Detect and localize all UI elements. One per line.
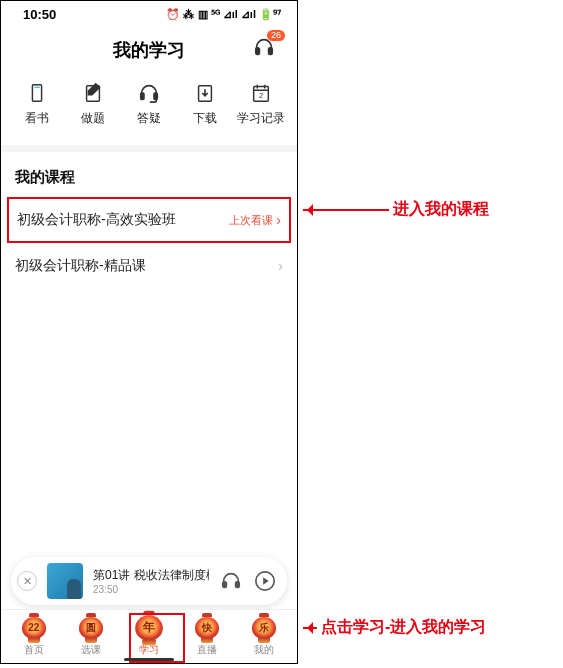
annotation-text: 进入我的课程 <box>393 199 489 220</box>
nav-courses[interactable]: 圆 选课 <box>63 614 121 657</box>
player-info: 第01讲 税收法律制度概 23:50 <box>93 567 209 595</box>
header: 我的学习 26 <box>1 28 297 76</box>
download-icon <box>194 82 216 104</box>
player-title: 第01讲 税收法律制度概 <box>93 567 209 584</box>
notification-badge: 26 <box>267 30 285 41</box>
nav-home[interactable]: 22 首页 <box>5 614 63 657</box>
annotation-course: 进入我的课程 <box>303 199 489 220</box>
separator <box>1 145 297 152</box>
headset-icon <box>138 82 160 104</box>
svg-rect-3 <box>34 87 40 88</box>
arrow-icon <box>303 627 317 629</box>
player-thumbnail <box>47 563 83 599</box>
section-title: 我的课程 <box>1 152 297 197</box>
svg-rect-5 <box>141 93 144 99</box>
home-indicator <box>124 658 174 661</box>
action-qa[interactable]: 答疑 <box>122 82 176 127</box>
course-item-highlighted[interactable]: 初级会计职称-高效实验班 上次看课 › <box>7 197 291 243</box>
action-label: 下载 <box>193 110 217 127</box>
annotation-text: 点击学习-进入我的学习 <box>321 617 486 638</box>
nav-study[interactable]: 年 学习 <box>120 614 178 657</box>
nav-label: 我的 <box>254 643 274 657</box>
headphone-icon[interactable] <box>219 570 243 592</box>
nav-label: 选课 <box>81 643 101 657</box>
action-download[interactable]: 下载 <box>178 82 232 127</box>
svg-rect-0 <box>256 48 260 54</box>
action-label: 做题 <box>81 110 105 127</box>
book-icon <box>26 82 48 104</box>
nav-label: 首页 <box>24 643 44 657</box>
annotation-nav: 点击学习-进入我的学习 <box>303 617 486 638</box>
svg-rect-11 <box>236 582 240 588</box>
page-title: 我的学习 <box>113 38 185 62</box>
action-read[interactable]: 看书 <box>10 82 64 127</box>
pencil-note-icon <box>82 82 104 104</box>
course-tag: 上次看课 › <box>229 212 281 228</box>
play-icon[interactable] <box>253 570 277 592</box>
svg-rect-1 <box>269 48 273 54</box>
status-icons: ⏰ ⁂ ▥ ⁵ᴳ ⊿ıl ⊿ıl 🔋⁹⁷ <box>166 8 281 21</box>
course-name: 初级会计职称-精品课 <box>15 257 146 275</box>
action-row: 看书 做题 答疑 下载 <box>1 76 297 145</box>
svg-rect-6 <box>154 93 157 99</box>
support-button[interactable]: 26 <box>253 36 275 62</box>
action-history[interactable]: 2 学习记录 <box>234 82 288 127</box>
nav-label: 直播 <box>197 643 217 657</box>
status-bar: 10:50 ⏰ ⁂ ▥ ⁵ᴳ ⊿ıl ⊿ıl 🔋⁹⁷ <box>1 1 297 28</box>
arrow-icon <box>303 209 389 211</box>
status-time: 10:50 <box>23 7 56 22</box>
chevron-right-icon: › <box>276 212 281 228</box>
nav-mine[interactable]: 乐 我的 <box>235 614 293 657</box>
player-time: 23:50 <box>93 584 209 595</box>
svg-text:2: 2 <box>259 91 263 100</box>
chevron-right-icon: › <box>278 258 283 274</box>
action-label: 学习记录 <box>237 110 285 127</box>
nav-live[interactable]: 快 直播 <box>178 614 236 657</box>
bottom-nav: 22 首页 圆 选课 年 学习 快 直播 乐 我的 <box>1 609 297 663</box>
player-close-button[interactable]: ✕ <box>17 571 37 591</box>
svg-rect-10 <box>223 582 227 588</box>
calendar-icon: 2 <box>250 82 272 104</box>
action-label: 答疑 <box>137 110 161 127</box>
action-label: 看书 <box>25 110 49 127</box>
course-name: 初级会计职称-高效实验班 <box>17 211 176 229</box>
course-item[interactable]: 初级会计职称-精品课 › <box>1 243 297 289</box>
mini-player[interactable]: ✕ 第01讲 税收法律制度概 23:50 <box>11 557 287 605</box>
action-exercise[interactable]: 做题 <box>66 82 120 127</box>
